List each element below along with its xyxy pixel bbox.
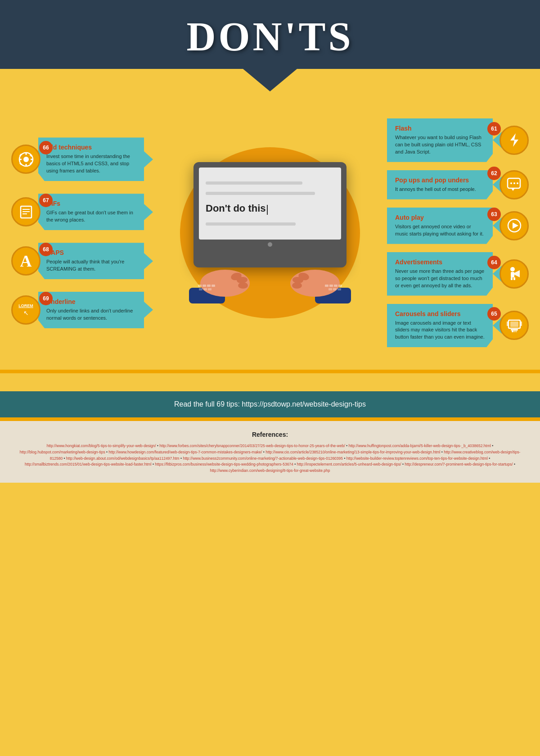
tip-underline-arrow <box>144 302 153 318</box>
main-content: 66 Old techniques Invest some time in un… <box>0 91 540 370</box>
gifs-icon <box>11 197 40 226</box>
references-text: http://www.hongkiat.com/blog/5-tips-to-s… <box>18 443 522 474</box>
svg-rect-52 <box>510 321 518 327</box>
tip-autoplay: 63 Auto play Visitors get annoyed once v… <box>387 208 526 244</box>
screen-line-3 <box>206 222 296 226</box>
references-section: References: http://www.hongkiat.com/blog… <box>0 421 540 483</box>
tip-underline-desc: Only underline links and don't underline… <box>46 308 136 322</box>
tip-ads-desc: Never use more than three ads per page s… <box>395 268 485 290</box>
tip-autoplay-icon-wrap: 63 <box>502 211 526 240</box>
svg-rect-19 <box>198 285 202 287</box>
tip-caps-arrow <box>144 253 153 269</box>
tip-gifs-body: GIFs GIFs can be great but don't use the… <box>38 194 144 230</box>
tip-flash-desc: Whatever you want to build using Flash c… <box>395 134 485 156</box>
header-arrow <box>243 69 297 91</box>
autoplay-icon <box>500 211 529 240</box>
tip-ads-title: Advertisements <box>395 258 485 266</box>
tip-gifs-arrow <box>144 204 153 220</box>
svg-point-57 <box>513 330 515 332</box>
tip-flash-body-wrap: Flash Whatever you want to build using F… <box>387 118 502 162</box>
tip-carousels-body-wrap: Carousels and sliders Image carousels an… <box>387 304 502 348</box>
header: DON'TS <box>0 0 540 69</box>
tip-63-number: 63 <box>487 208 501 221</box>
monitor-base <box>248 258 292 262</box>
tip-flash: 61 Flash Whatever you want to build usin… <box>387 118 526 162</box>
tip-caps-body: CAPS People will actually think that you… <box>38 243 144 279</box>
monitor-wrapper: Don't do this <box>189 162 351 303</box>
tip-64-number: 64 <box>487 256 501 269</box>
old-techniques-icon <box>11 145 40 174</box>
tip-carousels: 65 Carousels and sliders Image carousels… <box>387 304 526 348</box>
tip-old-techniques-title: Old techniques <box>46 144 136 151</box>
tip-popups: 62 Pop ups and pop unders It annoys the … <box>387 170 526 199</box>
cursor <box>267 205 268 215</box>
monitor-text-area: Don't do this <box>206 200 334 217</box>
tip-autoplay-body-wrap: Auto play Visitors get annoyed once vide… <box>387 208 502 244</box>
tip-old-techniques-arrow <box>144 151 153 167</box>
tip-ads-body: Advertisements Never use more than three… <box>387 252 493 296</box>
svg-rect-20 <box>202 285 206 287</box>
monitor-screen: Don't do this <box>199 167 341 240</box>
svg-rect-47 <box>511 272 514 277</box>
footer-text: Read the full 69 tips: https://psdtowp.n… <box>174 400 366 408</box>
tip-67-number: 67 <box>39 194 53 207</box>
right-hand <box>284 263 351 303</box>
svg-rect-34 <box>325 285 328 287</box>
tip-ads-body-wrap: Advertisements Never use more than three… <box>387 252 502 296</box>
orange-separator <box>0 370 540 373</box>
tip-ads: 64 Advertisements Never use more than th… <box>387 252 526 296</box>
tip-62-number: 62 <box>487 167 501 180</box>
tip-caps-icon-wrap: A 68 <box>14 246 38 276</box>
svg-rect-50 <box>513 277 515 280</box>
svg-rect-55 <box>511 329 518 330</box>
footer-callout: Read the full 69 tips: https://psdtowp.n… <box>0 391 540 417</box>
svg-marker-43 <box>511 188 515 191</box>
tip-popups-desc: It annoys the hell out of most people. <box>395 186 485 193</box>
tip-gifs: 67 GIFs GIFs can be great but don't use … <box>14 194 153 230</box>
left-hand <box>189 263 256 303</box>
svg-rect-5 <box>31 158 33 160</box>
svg-rect-33 <box>329 285 333 287</box>
dont-text: Don't do this <box>206 203 266 214</box>
svg-marker-45 <box>513 222 518 229</box>
tip-caps-desc: People will actually think that you're S… <box>46 258 136 273</box>
tip-popups-icon-wrap: 62 <box>502 170 526 199</box>
tip-carousels-desc: Image carousels and image or text slider… <box>395 320 485 341</box>
tip-popups-body-wrap: Pop ups and pop unders It annoys the hel… <box>387 170 502 199</box>
flash-icon <box>500 126 529 155</box>
tip-flash-icon-wrap: 61 <box>502 126 526 155</box>
svg-marker-38 <box>510 133 518 147</box>
svg-rect-31 <box>338 285 342 287</box>
center-column: Don't do this <box>158 162 382 303</box>
tip-underline-icon-wrap: LOREM ↖ 69 <box>14 295 38 325</box>
tip-gifs-body-wrap: GIFs GIFs can be great but don't use the… <box>38 194 153 230</box>
tip-underline: LOREM ↖ 69 Underline Only underline link… <box>14 292 153 328</box>
tip-69-number: 69 <box>39 292 53 305</box>
monitor-neck <box>263 249 277 258</box>
tip-autoplay-body: Auto play Visitors get annoyed once vide… <box>387 208 493 244</box>
svg-rect-54 <box>520 321 522 326</box>
svg-point-42 <box>517 182 518 184</box>
svg-rect-3 <box>25 164 27 167</box>
ads-icon <box>500 259 529 289</box>
svg-marker-48 <box>514 270 520 277</box>
svg-rect-25 <box>208 288 212 290</box>
left-column: 66 Old techniques Invest some time in un… <box>14 137 153 328</box>
svg-point-46 <box>510 267 515 272</box>
popups-icon <box>500 170 529 199</box>
tip-flash-body: Flash Whatever you want to build using F… <box>387 118 493 162</box>
tip-gifs-icon-wrap: 67 <box>14 197 38 226</box>
svg-rect-23 <box>199 288 202 290</box>
svg-rect-21 <box>207 285 211 287</box>
references-title: References: <box>18 430 522 439</box>
underline-icon: LOREM ↖ <box>11 295 40 325</box>
tip-underline-body: Underline Only underline links and don't… <box>38 292 144 328</box>
orange-separator-bottom <box>0 417 540 421</box>
monitor-dot <box>268 242 272 247</box>
tip-caps-title: CAPS <box>46 249 136 256</box>
svg-rect-24 <box>203 288 207 290</box>
screen-line-2 <box>206 192 315 195</box>
svg-rect-53 <box>507 321 508 326</box>
tip-popups-body: Pop ups and pop unders It annoys the hel… <box>387 170 493 199</box>
tip-61-number: 61 <box>487 122 501 136</box>
